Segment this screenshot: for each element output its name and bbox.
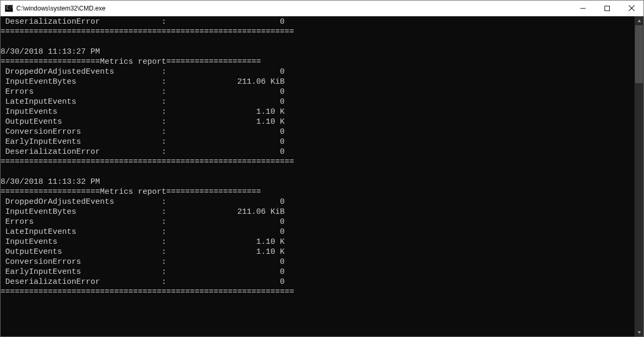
minimize-button[interactable]	[571, 1, 595, 16]
svg-text:C:\: C:\	[6, 6, 13, 11]
svg-rect-2	[605, 6, 610, 11]
scroll-thumb[interactable]	[635, 25, 643, 83]
app-window: C:\ C:\windows\system32\CMD.exe Deserial…	[0, 0, 644, 337]
vertical-scrollbar[interactable]	[635, 16, 643, 336]
console-output[interactable]: DeserializationError : 0 ===============…	[1, 16, 635, 336]
maximize-button[interactable]	[595, 1, 619, 16]
cmd-icon: C:\	[5, 4, 13, 13]
titlebar[interactable]: C:\ C:\windows\system32\CMD.exe	[1, 1, 643, 16]
scroll-up-button[interactable]	[635, 16, 643, 25]
close-button[interactable]	[619, 1, 643, 16]
window-title: C:\windows\system32\CMD.exe	[16, 5, 105, 12]
svg-marker-3	[638, 19, 641, 22]
client-area: DeserializationError : 0 ===============…	[1, 16, 643, 336]
scroll-down-button[interactable]	[635, 328, 643, 336]
svg-marker-4	[638, 331, 641, 334]
